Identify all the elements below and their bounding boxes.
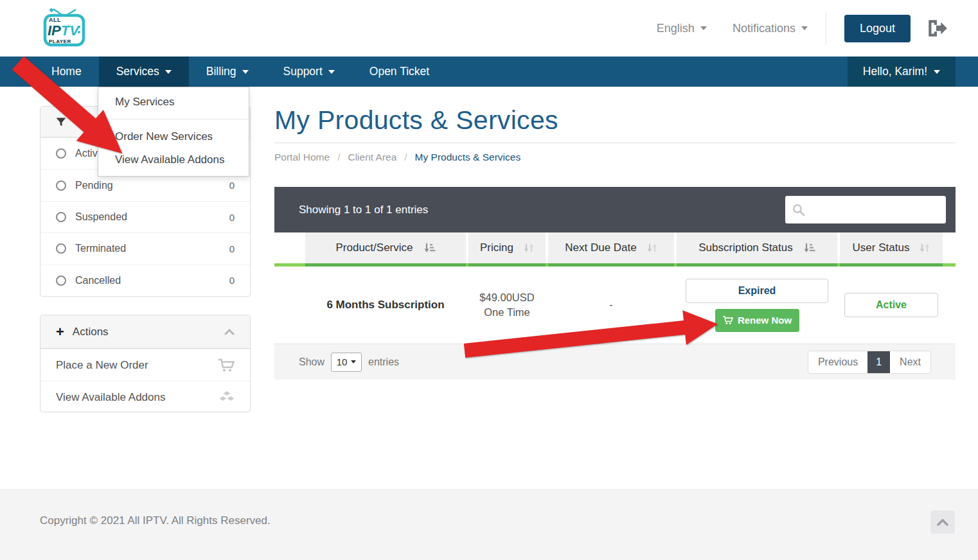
filter-count: 0: [229, 212, 235, 223]
action-label: View Available Addons: [56, 391, 165, 404]
sort-active-icon: [423, 243, 436, 253]
notifications-dropdown[interactable]: Notifications: [733, 22, 808, 35]
cell-user-status: Active: [840, 267, 943, 344]
column-label: Pricing: [480, 241, 513, 254]
radio-icon: [56, 243, 66, 254]
cart-icon: [722, 315, 733, 325]
column-header-next-due-date[interactable]: Next Due Date: [548, 232, 674, 267]
entries-control: Show 10 entries: [299, 353, 399, 372]
search-input[interactable]: [785, 196, 946, 223]
pagination-next[interactable]: Next: [890, 351, 930, 373]
filter-label: Terminated: [75, 243, 126, 254]
entries-select-value: 10: [337, 356, 348, 367]
column-header-subscription-status[interactable]: Subscription Status: [677, 232, 837, 267]
logout-button[interactable]: Logout: [844, 15, 911, 42]
user-greeting-label: Hello, Karim!: [863, 65, 927, 78]
renew-now-button[interactable]: Renew Now: [715, 309, 799, 332]
top-right-controls: English Notifications Logout: [657, 0, 949, 57]
nav-billing[interactable]: Billing: [189, 57, 266, 87]
filter-label: Cancelled: [75, 275, 121, 286]
table-toolbar: Showing 1 to 1 of 1 entries: [274, 187, 956, 232]
nav-home[interactable]: Home: [34, 57, 99, 87]
top-header: ALL IPTV PLAYER English Notifications Lo…: [0, 0, 978, 57]
breadcrumb-separator: /: [404, 152, 407, 163]
radio-icon: [56, 276, 66, 286]
caret-down-icon: [165, 70, 172, 74]
price-cycle: One Time: [484, 305, 530, 320]
menu-item-order-new-services[interactable]: Order New Services: [98, 125, 249, 148]
filter-terminated[interactable]: Terminated 0: [40, 232, 250, 264]
copyright-text: Copyright © 2021 All IPTV. All Rights Re…: [40, 514, 271, 527]
breadcrumb-separator: /: [337, 152, 340, 163]
column-label: Subscription Status: [698, 241, 792, 254]
pagination-page-1[interactable]: 1: [867, 351, 890, 373]
logo-text-player: PLAYER: [49, 39, 71, 44]
table-row: 6 Months Subscription $49.00USD One Time…: [274, 267, 956, 344]
notifications-label: Notifications: [733, 22, 796, 35]
column-header-product-service[interactable]: Product/Service: [305, 232, 466, 267]
radio-icon: [56, 148, 66, 159]
entries-label: entries: [368, 356, 399, 368]
user-menu[interactable]: Hello, Karim!: [848, 57, 956, 87]
column-header-pricing[interactable]: Pricing: [468, 232, 546, 267]
main-navbar: Home Services Billing Support Open Ticke…: [0, 57, 978, 87]
sign-out-icon[interactable]: [926, 19, 949, 38]
active-status-badge: Active: [844, 293, 938, 317]
page-title: My Products & Services: [274, 105, 558, 136]
pagination: Previous 1 Next: [808, 351, 931, 374]
column-label: Next Due Date: [565, 241, 637, 254]
action-label: Place a New Order: [56, 359, 148, 372]
caret-down-icon: [328, 70, 335, 74]
pagination-previous[interactable]: Previous: [808, 351, 867, 373]
services-dropdown-menu: My Services Order New Services View Avai…: [98, 87, 249, 177]
cart-icon: [218, 358, 235, 372]
sort-active-icon: [803, 243, 815, 253]
nav-open-ticket[interactable]: Open Ticket: [352, 57, 447, 87]
table-search: [785, 196, 946, 223]
show-label: Show: [299, 356, 325, 368]
table-footer: Show 10 entries Previous 1 Next: [274, 344, 956, 380]
divider: [274, 143, 956, 143]
table-info: Showing 1 to 1 of 1 entries: [299, 204, 428, 216]
sort-both-icon: [920, 243, 930, 253]
caret-down-icon: [934, 70, 940, 74]
nav-spacer: [447, 57, 848, 87]
column-header-user-status[interactable]: User Status: [840, 232, 943, 267]
filter-suspended[interactable]: Suspended 0: [40, 201, 250, 232]
nav-support-label: Support: [283, 65, 323, 78]
nav-services-label: Services: [116, 65, 159, 78]
scroll-to-top-button[interactable]: [930, 511, 955, 534]
actions-panel-header[interactable]: + Actions: [40, 315, 250, 349]
cubes-icon: [219, 390, 235, 404]
language-dropdown[interactable]: English: [657, 22, 707, 35]
entries-select[interactable]: 10: [331, 353, 362, 372]
divider: [826, 12, 826, 45]
cell-product-service: 6 Months Subscription: [305, 267, 466, 344]
breadcrumb-client-area[interactable]: Client Area: [348, 152, 396, 163]
cell-next-due-date: -: [548, 267, 674, 344]
nav-support[interactable]: Support: [266, 57, 352, 87]
action-view-available-addons[interactable]: View Available Addons: [40, 381, 250, 412]
filter-cancelled[interactable]: Cancelled 0: [40, 265, 250, 296]
site-logo[interactable]: ALL IPTV PLAYER: [40, 5, 91, 50]
cell-subscription-status: Expired Renew Now: [677, 267, 837, 344]
column-label: Product/Service: [336, 241, 413, 254]
logo-text-tv: TV: [61, 22, 79, 39]
cell-pricing: $49.00USD One Time: [468, 267, 546, 344]
expired-status-badge: Expired: [686, 279, 828, 303]
action-place-new-order[interactable]: Place a New Order: [40, 349, 250, 381]
menu-divider: [98, 119, 249, 119]
nav-services[interactable]: Services: [99, 57, 189, 87]
filter-icon: [56, 118, 66, 127]
plus-icon: +: [56, 325, 64, 339]
chevron-up-icon: [224, 329, 235, 335]
menu-item-view-available-addons[interactable]: View Available Addons: [98, 148, 249, 176]
caret-down-icon: [242, 70, 249, 74]
menu-item-my-services[interactable]: My Services: [98, 87, 249, 116]
client-area-page: ALL IPTV PLAYER English Notifications Lo…: [0, 0, 978, 560]
view-panel-title: View: [75, 116, 98, 128]
breadcrumb-portal-home[interactable]: Portal Home: [274, 152, 330, 163]
table-header-row: Product/Service Pricing: [274, 232, 956, 267]
breadcrumb-current: My Products & Services: [415, 152, 521, 163]
column-label: User Status: [853, 241, 910, 254]
